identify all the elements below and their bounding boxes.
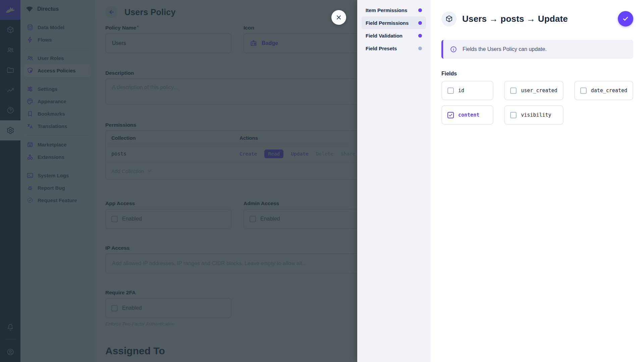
drawer-nav-label: Field Validation (366, 33, 402, 39)
status-dot (418, 47, 422, 50)
checkbox-unchecked-icon (510, 87, 517, 94)
check-icon (622, 15, 629, 22)
drawer-close-button[interactable] (331, 10, 346, 25)
permissions-drawer: Item Permissions Field Permissions Field… (357, 0, 644, 362)
field-card-label: user_created (521, 87, 557, 94)
info-notice: Fields the Users Policy can update. (441, 40, 633, 59)
save-button[interactable] (618, 11, 633, 26)
drawer-header: Users → posts → Update (441, 11, 633, 26)
checkbox-unchecked-icon (510, 112, 517, 118)
field-card-id[interactable]: id (441, 81, 493, 100)
field-card-label: content (458, 112, 479, 118)
status-dot (418, 21, 422, 25)
field-card-user-created[interactable]: user_created (504, 81, 563, 100)
checkbox-unchecked-icon (447, 87, 454, 94)
drawer-nav-field-validation[interactable]: Field Validation (362, 29, 426, 42)
notice-text: Fields the Users Policy can update. (463, 46, 547, 52)
fields-grid: id user_created date_created content vis… (441, 81, 633, 125)
field-card-content[interactable]: content (441, 105, 493, 125)
cube-icon (445, 15, 453, 23)
drawer-title: Users → posts → Update (462, 14, 612, 24)
drawer-nav: Item Permissions Field Permissions Field… (357, 0, 430, 362)
status-dot (418, 34, 422, 38)
drawer-nav-label: Field Presets (366, 46, 397, 51)
drawer-nav-field-permissions[interactable]: Field Permissions (362, 16, 426, 29)
field-card-visibility[interactable]: visibility (504, 105, 563, 125)
fields-section-label: Fields (441, 71, 633, 77)
drawer-nav-label: Item Permissions (366, 7, 407, 13)
drawer-main: Users → posts → Update Fields the Users … (430, 0, 644, 362)
checkbox-unchecked-icon (580, 87, 587, 94)
info-icon (450, 46, 457, 53)
field-card-date-created[interactable]: date_created (574, 81, 633, 100)
drawer-nav-item-permissions[interactable]: Item Permissions (362, 4, 426, 16)
checkbox-checked-icon (447, 112, 454, 118)
field-card-label: id (458, 87, 464, 94)
field-card-label: visibility (521, 112, 551, 118)
status-dot (418, 8, 422, 12)
drawer-nav-label: Field Permissions (366, 20, 409, 26)
field-card-label: date_created (591, 87, 627, 94)
drawer-avatar (441, 11, 457, 26)
close-icon (335, 14, 342, 21)
drawer-nav-field-presets[interactable]: Field Presets (362, 42, 426, 55)
